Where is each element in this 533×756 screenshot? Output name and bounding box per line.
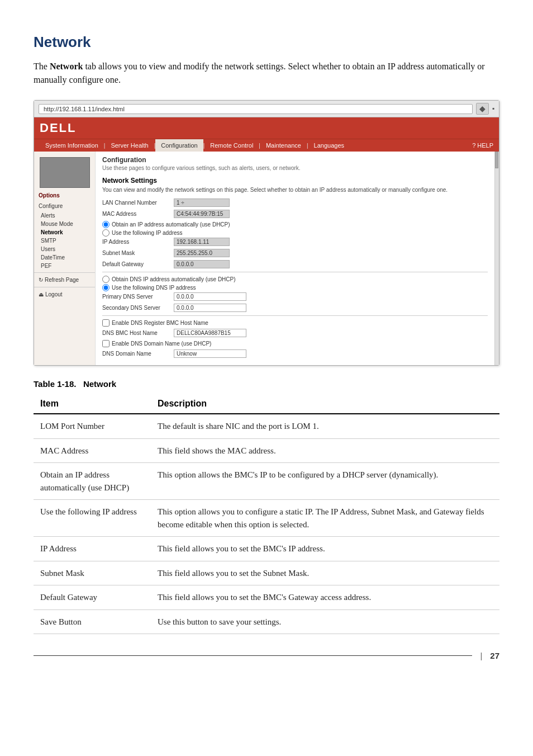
form-divider-1 bbox=[102, 272, 488, 272]
dns-domain-label: DNS Domain Name bbox=[102, 351, 169, 357]
bmc-sidebar: Options Configure Alerts Mouse Mode Netw… bbox=[34, 152, 96, 365]
sidebar-item-alerts[interactable]: Alerts bbox=[34, 211, 95, 220]
table-row: Use the following IP addressThis option … bbox=[34, 500, 499, 537]
table-cell-item: LOM Port Number bbox=[34, 414, 151, 438]
checkbox-dns-domain-label: Enable DNS Domain Name (use DHCP) bbox=[112, 341, 211, 347]
table-row: Default GatewayThis field allows you to … bbox=[34, 585, 499, 610]
radio-dns-static-row: Use the following DNS IP address bbox=[102, 284, 488, 291]
table-cell-description: This option allows the BMC's IP to be co… bbox=[151, 463, 499, 500]
primary-dns-label: Primary DNS Server bbox=[102, 294, 169, 300]
table-cell-item: IP Address bbox=[34, 537, 151, 561]
scrollbar[interactable] bbox=[494, 152, 499, 365]
mac-address-label: MAC Address bbox=[102, 211, 169, 217]
bmc-breadcrumb-sub: Use these pages to configure various set… bbox=[102, 165, 488, 171]
radio-dhcp[interactable] bbox=[102, 221, 110, 228]
browser-url-bar[interactable]: http://192.168.1.11/index.html bbox=[39, 104, 473, 114]
table-row: LOM Port NumberThe default is share NIC … bbox=[34, 414, 499, 438]
logout-icon: ⏏ bbox=[39, 291, 44, 297]
scrollbar-thumb[interactable] bbox=[495, 152, 498, 168]
radio-static[interactable] bbox=[102, 229, 110, 237]
table-row: Subnet MaskThis field allows you to set … bbox=[34, 561, 499, 585]
sidebar-divider-2 bbox=[34, 287, 95, 287]
sidebar-item-network[interactable]: Network bbox=[34, 228, 95, 237]
table-cell-description: This field allows you to set the Subnet … bbox=[151, 561, 499, 585]
checkbox-dns-register-label: Enable DNS Register BMC Host Name bbox=[112, 320, 208, 326]
network-table: Item Description LOM Port NumberThe defa… bbox=[34, 394, 499, 634]
sidebar-refresh-page[interactable]: ↻ Refresh Page bbox=[34, 275, 95, 285]
dns-bmc-host-label: DNS BMC Host Name bbox=[102, 330, 169, 336]
nav-languages[interactable]: Languages bbox=[308, 139, 350, 152]
default-gateway-row: Default Gateway 0.0.0.0 bbox=[102, 260, 488, 268]
bmc-help[interactable]: ? HELP bbox=[472, 142, 493, 149]
table-cell-description: This field allows you to set the BMC's G… bbox=[151, 585, 499, 610]
sidebar-item-smtp[interactable]: SMTP bbox=[34, 237, 95, 245]
dell-logo: DELL bbox=[40, 121, 493, 135]
table-cell-item: Save Button bbox=[34, 609, 151, 634]
sidebar-configure[interactable]: Configure bbox=[34, 201, 95, 211]
lan-channel-input[interactable]: 1 ÷ bbox=[174, 199, 230, 207]
secondary-dns-row: Secondary DNS Server 0.0.0.0 bbox=[102, 304, 488, 312]
secondary-dns-input[interactable]: 0.0.0.0 bbox=[174, 304, 246, 312]
sidebar-item-users[interactable]: Users bbox=[34, 245, 95, 253]
nav-maintenance[interactable]: Maintenance bbox=[260, 139, 307, 152]
checkbox-dns-domain-row: Enable DNS Domain Name (use DHCP) bbox=[102, 340, 488, 347]
page-number-area: | 27 bbox=[34, 651, 499, 660]
nav-remote-control[interactable]: Remote Control bbox=[204, 139, 259, 152]
bmc-breadcrumb-title: Configuration bbox=[102, 156, 488, 164]
radio-dns-static[interactable] bbox=[102, 284, 110, 291]
checkbox-dns-register-row: Enable DNS Register BMC Host Name bbox=[102, 319, 488, 327]
checkbox-dns-domain[interactable] bbox=[102, 340, 110, 347]
table-row: Obtain an IP address automatically (use … bbox=[34, 463, 499, 500]
sidebar-item-pef[interactable]: PEF bbox=[34, 262, 95, 270]
refresh-label: Refresh Page bbox=[45, 277, 79, 283]
sidebar-item-datetime[interactable]: DateTime bbox=[34, 253, 95, 262]
subnet-mask-input[interactable]: 255.255.255.0 bbox=[174, 249, 230, 257]
ip-address-input[interactable]: 192.168.1.11 bbox=[174, 238, 230, 246]
table-cell-description: Use this button to save your settings. bbox=[151, 609, 499, 634]
dns-bmc-host-input[interactable]: DELLC80AA9887B15 bbox=[174, 329, 246, 337]
sidebar-section-options: Options bbox=[34, 190, 95, 201]
logout-label: Logout bbox=[45, 291, 63, 297]
dns-domain-input[interactable]: Unknow bbox=[174, 349, 246, 358]
nav-configuration[interactable]: Configuration bbox=[155, 139, 203, 152]
mac-address-row: MAC Address C4:54:44:99:7B:15 bbox=[102, 210, 488, 218]
sidebar-divider-1 bbox=[34, 272, 95, 273]
default-gateway-input[interactable]: 0.0.0.0 bbox=[174, 260, 230, 268]
radio-dns-dhcp-label: Obtain DNS IP address automatically (use… bbox=[112, 276, 236, 282]
avatar-image bbox=[40, 157, 90, 188]
table-caption: Table 1-18. Network bbox=[34, 379, 499, 389]
bmc-section-title: Network Settings bbox=[102, 177, 488, 185]
radio-dhcp-label: Obtain an IP address automatically (use … bbox=[112, 221, 230, 228]
browser-close-area: ▪ bbox=[492, 105, 494, 113]
intro-paragraph: The Network tab allows you to view and m… bbox=[34, 60, 499, 87]
table-row: Save ButtonUse this button to save your … bbox=[34, 609, 499, 634]
ip-address-row: IP Address 192.168.1.11 bbox=[102, 238, 488, 246]
dns-bmc-host-row: DNS BMC Host Name DELLC80AA9887B15 bbox=[102, 329, 488, 337]
col-header-item: Item bbox=[34, 394, 151, 414]
bmc-ui: DELL System Information | Server Health … bbox=[34, 117, 499, 365]
refresh-icon: ↻ bbox=[39, 277, 43, 283]
table-caption-prefix: Table 1-18. bbox=[34, 379, 76, 389]
intro-bold-network: Network bbox=[50, 62, 83, 71]
secondary-dns-label: Secondary DNS Server bbox=[102, 305, 169, 311]
bmc-main-content: Configuration Use these pages to configu… bbox=[96, 152, 494, 365]
bmc-body: Options Configure Alerts Mouse Mode Netw… bbox=[34, 152, 499, 365]
checkbox-dns-register[interactable] bbox=[102, 319, 110, 327]
radio-dns-dhcp[interactable] bbox=[102, 276, 110, 283]
nav-system-information[interactable]: System Information bbox=[40, 139, 104, 152]
page-title: Network bbox=[34, 34, 499, 51]
nav-server-health[interactable]: Server Health bbox=[105, 139, 154, 152]
radio-dhcp-row: Obtain an IP address automatically (use … bbox=[102, 221, 488, 228]
primary-dns-input[interactable]: 0.0.0.0 bbox=[174, 292, 246, 301]
browser-nav-button[interactable]: ◆ bbox=[476, 103, 489, 115]
table-row: MAC AddressThis field shows the MAC addr… bbox=[34, 438, 499, 463]
table-cell-item: Use the following IP address bbox=[34, 500, 151, 537]
subnet-mask-row: Subnet Mask 255.255.255.0 bbox=[102, 249, 488, 257]
sidebar-item-mouse-mode[interactable]: Mouse Mode bbox=[34, 220, 95, 228]
sidebar-logout[interactable]: ⏏ Logout bbox=[34, 290, 95, 299]
lan-channel-row: LAN Channel Number 1 ÷ bbox=[102, 199, 488, 207]
table-cell-item: Default Gateway bbox=[34, 585, 151, 610]
pipe-separator: | bbox=[480, 651, 482, 660]
table-cell-description: The default is share NIC and the port is… bbox=[151, 414, 499, 438]
table-cell-description: This field allows you to set the BMC's I… bbox=[151, 537, 499, 561]
